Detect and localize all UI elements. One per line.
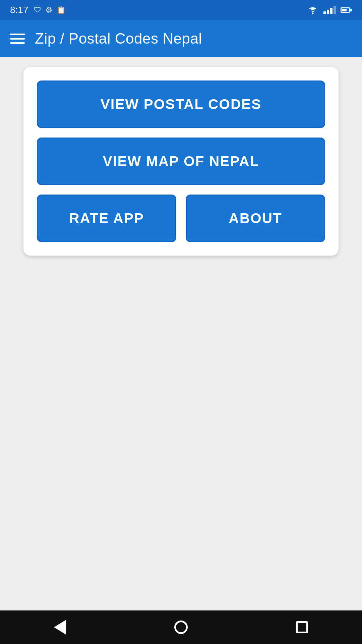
- main-content: VIEW POSTAL CODES VIEW MAP OF NEPAL RATE…: [0, 57, 362, 610]
- gear-icon: ⚙: [45, 5, 53, 15]
- status-icons: 🛡 ⚙ 📋: [34, 5, 66, 15]
- signal-bars-icon: [323, 6, 336, 14]
- home-icon: [174, 621, 188, 634]
- btn-row: RATE APP ABOUT: [37, 195, 325, 242]
- status-bar-right: [307, 5, 352, 15]
- sim-icon: 📋: [57, 6, 66, 14]
- recents-icon: [296, 621, 308, 633]
- status-bar: 8:17 🛡 ⚙ 📋: [0, 0, 362, 20]
- view-map-of-nepal-button[interactable]: VIEW MAP OF NEPAL: [37, 138, 325, 185]
- home-button[interactable]: [171, 617, 191, 637]
- status-bar-left: 8:17 🛡 ⚙ 📋: [10, 5, 66, 15]
- wifi-icon: [307, 5, 319, 15]
- recents-button[interactable]: [293, 618, 311, 637]
- menu-icon[interactable]: [10, 34, 25, 44]
- svg-point-0: [312, 13, 314, 14]
- shield-icon: 🛡: [34, 6, 41, 14]
- battery-icon: [341, 7, 352, 13]
- about-button[interactable]: ABOUT: [186, 195, 325, 242]
- app-title: Zip / Postal Codes Nepal: [35, 30, 202, 47]
- view-postal-codes-button[interactable]: VIEW POSTAL CODES: [37, 80, 325, 128]
- back-button[interactable]: [51, 616, 69, 638]
- card: VIEW POSTAL CODES VIEW MAP OF NEPAL RATE…: [23, 67, 339, 256]
- rate-app-button[interactable]: RATE APP: [37, 195, 176, 242]
- app-bar: Zip / Postal Codes Nepal: [0, 20, 362, 57]
- status-time: 8:17: [10, 5, 28, 15]
- back-icon: [54, 620, 66, 635]
- bottom-nav: [0, 610, 362, 644]
